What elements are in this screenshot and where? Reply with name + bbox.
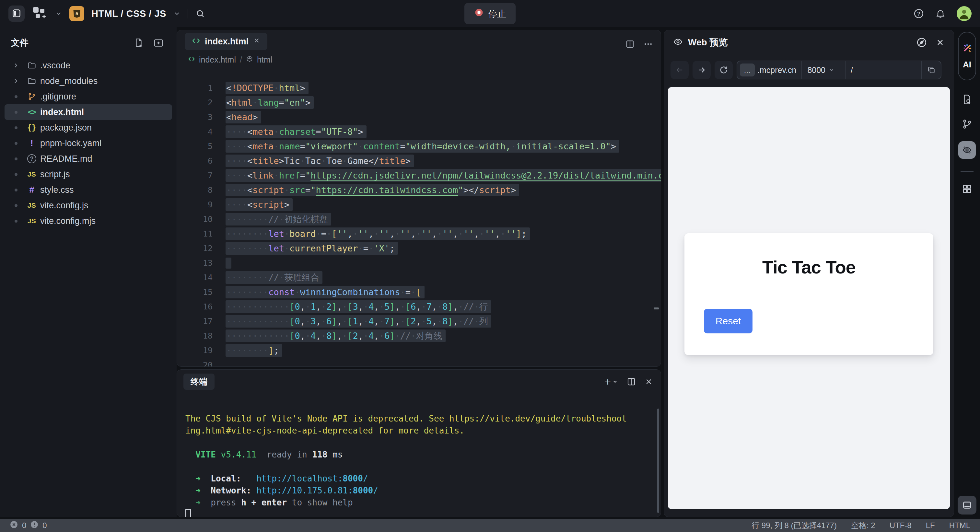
git-branch-icon[interactable] (961, 119, 972, 130)
file-row--gitignore[interactable]: .gitignore (5, 89, 172, 104)
file-row-index-html[interactable]: <>index.html (5, 104, 172, 120)
file-status-dot (8, 220, 23, 222)
file-row-README-md[interactable]: ?README.md (5, 151, 172, 167)
file-name: pnpm-lock.yaml (40, 138, 102, 148)
file-row--vscode[interactable]: .vscode (5, 58, 172, 73)
preview-eye-icon[interactable] (958, 141, 976, 159)
compass-icon[interactable] (916, 37, 927, 48)
eol-setting[interactable]: LF (926, 521, 935, 530)
line-number: 14 (177, 273, 226, 282)
line-number: 5 (177, 141, 226, 151)
problems-summary[interactable]: 0 0 (10, 520, 47, 531)
code-line[interactable]: 19········]; (177, 343, 661, 358)
file-row-node-modules[interactable]: node_modules (5, 73, 172, 89)
sidebar-toggle-button[interactable] (8, 5, 25, 22)
url-prefix-chip[interactable]: ... (740, 64, 755, 76)
file-row-vite-config-mjs[interactable]: JSvite.config.mjs (5, 213, 172, 229)
refresh-button[interactable] (714, 61, 733, 79)
file-row-pnpm-lock-yaml[interactable]: !pnpm-lock.yaml (5, 135, 172, 151)
line-number: 13 (177, 258, 226, 268)
file-row-package-json[interactable]: {}package.json (5, 120, 172, 135)
code-line[interactable]: 6····<title>Tic·Tac·Toe·Game</title> (177, 154, 661, 168)
encoding[interactable]: UTF-8 (889, 521, 912, 530)
breadcrumb[interactable]: index.html / html (177, 52, 661, 67)
app-logo[interactable] (32, 6, 48, 21)
file-name: style.css (40, 185, 74, 195)
port-select[interactable]: 8000 (802, 65, 840, 75)
code-line-content: ············[0,·3,·6],·[1,·4,·7],·[2,·5,… (226, 316, 491, 327)
language-mode[interactable]: HTML (949, 521, 970, 530)
chevron-down-icon (829, 67, 835, 73)
more-actions-icon[interactable] (643, 39, 653, 49)
file-name: .vscode (40, 60, 70, 71)
help-icon[interactable]: ? (913, 8, 924, 19)
terminal-actions: + (605, 375, 653, 388)
file-row-script-js[interactable]: JSscript.js (5, 167, 172, 182)
code-line[interactable]: 11········let·board·=·['',·'',·'',·'',·'… (177, 227, 661, 241)
file-search-icon[interactable] (961, 94, 972, 105)
code-line[interactable]: 5····<meta·name="viewport"·content="widt… (177, 139, 661, 154)
code-line[interactable]: 16············[0,·1,·2],·[3,·4,·5],·[6,·… (177, 299, 661, 314)
code-line[interactable]: 4····<meta·charset="UTF-8"> (177, 124, 661, 139)
file-row-vite-config-js[interactable]: JSvite.config.js (5, 198, 172, 213)
back-button[interactable] (670, 61, 689, 79)
url-bar[interactable]: ... .mcprev.cn 8000 / (737, 60, 942, 79)
stop-button[interactable]: 停止 (465, 3, 515, 24)
code-line[interactable]: 20 (177, 358, 661, 367)
avatar[interactable] (957, 6, 972, 21)
forward-button[interactable] (692, 61, 711, 79)
ai-assistant-button[interactable]: AI (958, 32, 976, 80)
code-line[interactable]: 7····<link·href="https://cdn.jsdelivr.ne… (177, 168, 661, 183)
code-line[interactable]: 9····<script> (177, 197, 661, 212)
code-line[interactable]: 2<html·lang="en"> (177, 95, 661, 110)
terminal-scrollbar[interactable] (657, 408, 659, 513)
tab-terminal[interactable]: 终端 (183, 373, 215, 390)
chevron-down-icon[interactable] (173, 10, 180, 17)
scrollbar-mark[interactable] (654, 308, 659, 310)
terminal-output[interactable]: The CJS build of Vite's Node API is depr… (177, 413, 661, 517)
new-folder-icon[interactable] (153, 38, 164, 48)
folder-file-icon (23, 61, 40, 70)
chevron-right-icon (8, 78, 23, 84)
code-line[interactable]: 14········//·获胜组合 (177, 270, 661, 285)
close-icon[interactable] (644, 378, 653, 386)
close-icon[interactable] (935, 38, 945, 47)
indent-setting[interactable]: 空格: 2 (851, 520, 875, 531)
notifications-icon[interactable] (935, 8, 946, 19)
copy-url-button[interactable] (921, 61, 941, 79)
split-editor-icon[interactable] (625, 39, 635, 49)
code-line[interactable]: 10········//·初始化棋盘 (177, 212, 661, 227)
url-path[interactable]: / (851, 65, 921, 75)
new-terminal-button[interactable]: + (605, 375, 618, 388)
code-area[interactable]: 1<!DOCTYPE·html>2<html·lang="en">3<head>… (177, 67, 661, 367)
code-line[interactable]: 8····<script·src="https://cdn.tailwindcs… (177, 183, 661, 197)
code-line[interactable]: 1<!DOCTYPE·html> (177, 81, 661, 95)
cursor-position[interactable]: 行 99, 列 8 (已选择4177) (751, 520, 837, 531)
code-line[interactable]: 17············[0,·3,·6],·[1,·4,·7],·[2,·… (177, 314, 661, 329)
terminal-line (185, 508, 661, 517)
chevron-down-icon[interactable] (55, 10, 62, 17)
code-line[interactable]: 3<head> (177, 110, 661, 124)
code-line[interactable]: 15········const·winningCombinations·=·[ (177, 285, 661, 299)
code-line[interactable]: 13 (177, 256, 661, 270)
code-line[interactable]: 18············[0,·4,·8],·[2,·4,·6]·//·对角… (177, 329, 661, 343)
preview-viewport[interactable]: Tic Tac Toe Reset (668, 87, 950, 509)
new-file-icon[interactable] (134, 38, 143, 48)
breadcrumb-file[interactable]: index.html (199, 55, 236, 65)
code-line-content: ····<script·src="https://cdn.tailwindcss… (226, 185, 519, 195)
terminal-header: 终端 + (177, 370, 661, 390)
topbar-right: ? (913, 6, 972, 21)
file-explorer-header: 文件 (0, 34, 177, 52)
close-icon[interactable] (253, 37, 260, 46)
search-icon[interactable] (196, 9, 205, 19)
grid-icon[interactable] (961, 183, 972, 194)
split-panel-icon[interactable] (627, 377, 636, 386)
reset-button[interactable]: Reset (704, 309, 752, 333)
file-row-style-css[interactable]: #style.css (5, 182, 172, 198)
url-host[interactable]: .mcprev.cn (757, 65, 796, 75)
panel-bottom-icon[interactable] (958, 496, 977, 515)
tab-index-html[interactable]: index.html (185, 33, 267, 50)
code-line[interactable]: 12········let·currentPlayer·=·'X'; (177, 241, 661, 256)
editor-tab-actions (625, 39, 653, 49)
breadcrumb-symbol[interactable]: html (257, 55, 272, 65)
